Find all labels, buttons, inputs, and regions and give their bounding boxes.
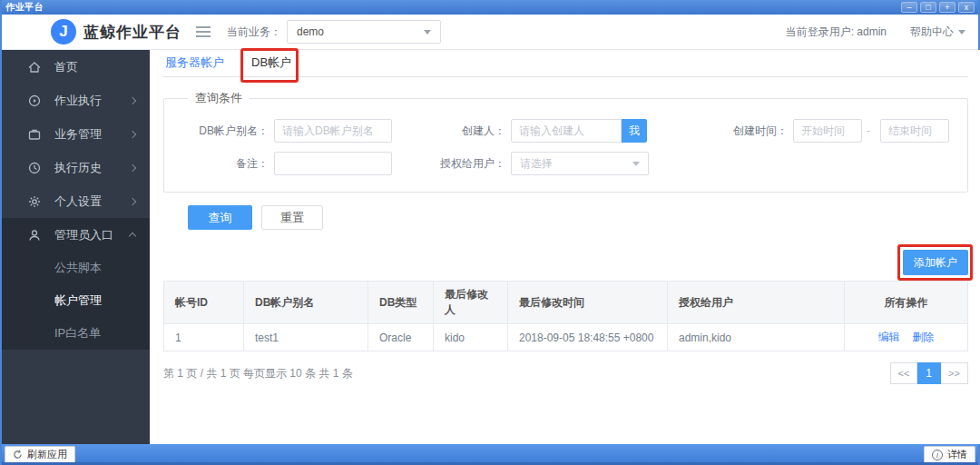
cell-db-type: Oracle [368,324,434,351]
sidebar-item-label: 业务管理 [54,126,130,143]
window-controls: – □ + x [901,2,975,13]
app-window: 作业平台 – □ + x J 蓝鲸作业平台 当前业务： demo 当前登录用户:… [0,0,980,465]
query-actions: 查询 重置 [188,205,968,230]
sidebar-subitem-account-manage[interactable]: 帐户管理 [2,284,150,317]
close-icon[interactable]: x [958,2,975,13]
play-circle-icon [27,94,42,108]
db-account-table: 帐号ID DB帐户别名 DB类型 最后修改人 最后修改时间 授权给用户 所有操作… [163,281,968,351]
chevron-right-icon [129,96,136,104]
help-center-label: 帮助中心 [910,25,954,40]
col-db-alias: DB帐户别名 [244,282,368,324]
cell-db-alias: test1 [244,324,368,351]
sidebar-item-label: 首页 [54,59,135,75]
help-center-menu[interactable]: 帮助中心 [910,25,965,40]
sidebar-item-label: 个人设置 [54,193,130,210]
business-select-value: demo [297,25,324,38]
sidebar-subitem-public-script[interactable]: 公共脚本 [2,252,150,284]
end-time-input[interactable] [880,119,949,143]
current-page-button[interactable]: 1 [917,362,941,384]
time-separator: - [867,124,870,137]
chevron-up-icon [129,232,136,240]
col-db-type: DB类型 [368,282,434,324]
start-time-input[interactable] [793,119,862,143]
grant-user-select[interactable]: 请选择 [511,152,649,175]
refresh-app-label: 刷新应用 [27,448,67,461]
pagination-bar: 第 1 页 / 共 1 页 每页显示 10 条 共 1 条 << 1 >> [163,362,968,384]
col-last-modifier: 最后修改人 [434,282,508,324]
db-alias-input[interactable] [274,119,392,143]
sidebar-item-personal-settings[interactable]: 个人设置 [2,184,150,218]
grant-user-select-value: 请选择 [520,156,553,172]
brand-title: 蓝鲸作业平台 [83,22,181,43]
remark-input[interactable] [274,152,392,175]
window-title: 作业平台 [5,1,44,14]
chevron-down-icon [424,30,431,35]
person-icon [27,228,42,242]
detail-button[interactable]: 详情 [924,446,975,462]
app-header: J 蓝鲸作业平台 当前业务： demo 当前登录用户: admin 帮助中心 [2,15,978,50]
chevron-down-icon [958,30,965,35]
search-button[interactable]: 查询 [188,205,252,230]
refresh-app-button[interactable]: 刷新应用 [5,446,75,462]
sidebar-item-admin-entry[interactable]: 管理员入口 [2,218,150,252]
add-account-button[interactable]: 添加帐户 [903,250,968,275]
col-granted-users: 授权给用户 [668,282,845,324]
collapse-menu-icon[interactable] [196,26,211,37]
business-select[interactable]: demo [287,20,441,44]
home-icon [27,60,42,74]
col-operations: 所有操作 [845,282,968,324]
query-panel-title: 查询条件 [188,90,250,106]
next-page-button[interactable]: >> [941,362,968,384]
main-content: 服务器帐户 DB帐户 查询条件 DB帐户别名： 创建人： 我 [150,50,980,444]
sidebar-admin-section: 管理员入口 公共脚本 帐户管理 IP白名单 [2,218,150,350]
sidebar-item-business-manage[interactable]: 业务管理 [2,117,150,151]
me-button[interactable]: 我 [622,119,647,143]
sidebar-item-label: 执行历史 [54,160,130,176]
sidebar-subitem-ip-whitelist[interactable]: IP白名单 [2,317,150,350]
logo-icon: J [51,19,76,45]
tab-db-account-label: DB帐户 [251,55,291,69]
query-panel: 查询条件 DB帐户别名： 创建人： 我 创建时间： - [163,90,968,193]
prev-page-button[interactable]: << [890,362,917,384]
sidebar-item-home[interactable]: 首页 [2,50,150,84]
add-account-row: 添加帐户 [163,250,968,275]
new-tab-icon[interactable]: + [939,2,956,13]
account-tabbar: 服务器帐户 DB帐户 [163,52,968,77]
reset-button[interactable]: 重置 [261,205,323,230]
edit-link[interactable]: 编辑 [878,331,900,343]
cell-account-id: 1 [164,324,244,351]
briefcase-icon [27,127,42,142]
tab-db-account[interactable]: DB帐户 [251,54,291,71]
business-label: 当前业务： [227,25,281,40]
chevron-down-icon [632,162,640,166]
chevron-right-icon [129,163,136,171]
clock-icon [27,161,42,175]
sidebar-subitem-label: 公共脚本 [54,260,102,276]
cell-last-modified-time: 2018-09-05 18:48:55 +0800 [508,324,668,351]
pager: << 1 >> [890,362,968,384]
col-account-id: 帐号ID [164,282,244,324]
grant-user-label: 授权给用户： [433,156,505,172]
tab-server-account[interactable]: 服务器帐户 [165,54,224,71]
sidebar-item-job-execute[interactable]: 作业执行 [2,84,150,117]
sidebar-item-label: 作业执行 [54,93,130,109]
delete-link[interactable]: 删除 [912,331,934,343]
current-user-label: 当前登录用户: admin [786,25,887,40]
refresh-icon [13,450,23,460]
chevron-right-icon [129,130,136,137]
sidebar-subitem-label: IP白名单 [54,325,101,341]
os-titlebar: 作业平台 – □ + x [2,0,978,15]
creator-input[interactable] [511,119,622,143]
restore-icon[interactable]: □ [920,2,936,13]
gear-icon [27,194,42,209]
minimize-icon[interactable]: – [901,2,917,13]
create-time-label: 创建时间： [706,124,788,139]
pagination-summary: 第 1 页 / 共 1 页 每页显示 10 条 共 1 条 [163,366,353,381]
creator-label: 创建人： [433,124,505,139]
cell-last-modifier: kido [434,324,508,351]
add-account-label: 添加帐户 [914,256,957,269]
sidebar-item-execute-history[interactable]: 执行历史 [2,151,150,184]
sidebar-subitem-label: 帐户管理 [54,292,102,309]
db-alias-label: DB帐户别名： [182,124,269,139]
sidebar-nav: 首页 作业执行 业务管理 执行历史 [2,50,150,444]
